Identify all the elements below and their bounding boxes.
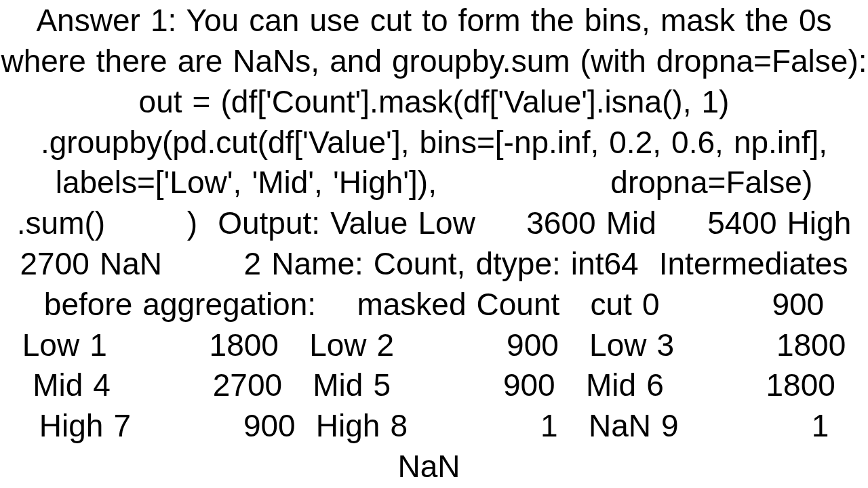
answer-text-block: Answer 1: You can use cut to form the bi…	[0, 0, 868, 488]
